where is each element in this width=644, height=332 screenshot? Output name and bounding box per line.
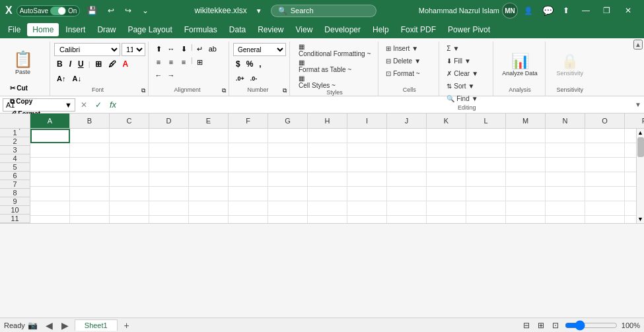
zoom-slider[interactable]	[565, 320, 618, 331]
cell-M6[interactable]	[506, 201, 546, 216]
font-size-select[interactable]: 11	[122, 43, 145, 56]
cancel-formula-button[interactable]: ✕	[78, 99, 90, 111]
col-header-E[interactable]: E	[189, 114, 229, 128]
cell-L5[interactable]	[466, 187, 506, 201]
cell-A6[interactable]	[30, 201, 70, 216]
insert-function-button[interactable]: fx	[107, 100, 119, 110]
increase-decimal-button[interactable]: .0+	[233, 72, 247, 85]
cell-M4[interactable]	[506, 172, 546, 187]
menu-file[interactable]: File	[3, 23, 26, 36]
cell-D7[interactable]	[149, 216, 189, 223]
cell-L7[interactable]	[466, 216, 506, 223]
cell-N5[interactable]	[546, 187, 585, 201]
col-header-H[interactable]: H	[308, 114, 347, 128]
cell-I5[interactable]	[347, 187, 387, 201]
cell-B4[interactable]	[70, 172, 110, 187]
row-header-4[interactable]: 4	[0, 154, 30, 163]
cell-B7[interactable]	[70, 216, 110, 223]
cell-F7[interactable]	[229, 216, 268, 223]
paste-button[interactable]: 📋 Paste	[7, 44, 39, 81]
cell-K3[interactable]	[427, 158, 466, 172]
cell-K1[interactable]	[427, 129, 466, 143]
find-select-button[interactable]: 🔍 Find ▼	[443, 93, 490, 104]
cell-J7[interactable]	[387, 216, 427, 223]
col-header-B[interactable]: B	[70, 114, 110, 128]
col-header-G[interactable]: G	[268, 114, 308, 128]
autosum-button[interactable]: Σ Σ ▼	[443, 43, 490, 54]
cell-F6[interactable]	[229, 201, 268, 216]
row-header-3[interactable]: 3	[0, 146, 30, 154]
cell-J4[interactable]	[387, 172, 427, 187]
redo-button[interactable]: ↪	[122, 5, 135, 17]
row-header-11[interactable]: 11	[0, 215, 30, 223]
cell-E3[interactable]	[189, 158, 229, 172]
normal-view-button[interactable]: ⊞	[536, 320, 546, 331]
number-format-select[interactable]: General	[233, 43, 286, 56]
cell-L1[interactable]	[466, 129, 506, 143]
underline-button[interactable]: U	[75, 57, 87, 71]
align-right-button[interactable]: ≡	[178, 56, 190, 68]
menu-developer[interactable]: Developer	[319, 23, 366, 36]
cell-O3[interactable]	[585, 158, 625, 172]
cell-E4[interactable]	[189, 172, 229, 187]
row-header-7[interactable]: 7	[0, 180, 30, 189]
decrease-font-button[interactable]: A↓	[69, 72, 83, 85]
cell-J3[interactable]	[387, 158, 427, 172]
cell-H5[interactable]	[308, 187, 347, 201]
scroll-up-button[interactable]: ▲	[637, 129, 644, 137]
autosave-toggle[interactable]: AutoSave On	[17, 5, 81, 17]
add-sheet-button[interactable]: ◀	[43, 319, 56, 331]
cell-J1[interactable]	[387, 129, 427, 143]
increase-font-button[interactable]: A↑	[54, 72, 68, 85]
col-header-A[interactable]: A	[30, 114, 70, 128]
menu-power-pivot[interactable]: Power Pivot	[443, 23, 495, 36]
border-button[interactable]: ⊞	[92, 57, 104, 71]
font-name-select[interactable]: Calibri	[54, 43, 120, 56]
col-header-F[interactable]: F	[229, 114, 268, 128]
cell-I1[interactable]	[347, 129, 387, 143]
search-box[interactable]: 🔍 Search	[271, 5, 376, 17]
horizontal-scrollbar[interactable]	[0, 223, 644, 318]
share-button[interactable]: 👤	[520, 5, 536, 17]
cell-G3[interactable]	[268, 158, 308, 172]
cut-button[interactable]: ✂ Cut	[7, 81, 47, 94]
cell-H2[interactable]	[308, 143, 347, 158]
col-header-C[interactable]: C	[110, 114, 149, 128]
customize-qat-button[interactable]: ⌄	[139, 5, 152, 17]
col-header-O[interactable]: O	[585, 114, 625, 128]
cell-N2[interactable]	[546, 143, 585, 158]
confirm-formula-button[interactable]: ✓	[92, 99, 104, 111]
italic-button[interactable]: I	[67, 57, 74, 71]
page-scroll-button[interactable]: ⊟	[521, 320, 532, 331]
cell-D5[interactable]	[149, 187, 189, 201]
vertical-scrollbar[interactable]: ▲ ▼	[636, 129, 644, 223]
comma-button[interactable]: ,	[256, 57, 264, 71]
save-button[interactable]: 💾	[84, 5, 100, 17]
sort-filter-button[interactable]: ⇅ Sort ▼	[443, 81, 490, 92]
cell-M1[interactable]	[506, 129, 546, 143]
col-header-L[interactable]: L	[466, 114, 506, 128]
cell-O7[interactable]	[585, 216, 625, 223]
delete-button[interactable]: ⊟ Delete ▼	[382, 55, 436, 67]
filename-arrow-button[interactable]: ▼	[252, 6, 266, 16]
undo-button[interactable]: ↩	[104, 5, 118, 17]
col-header-D[interactable]: D	[149, 114, 189, 128]
cell-E2[interactable]	[189, 143, 229, 158]
cell-H3[interactable]	[308, 158, 347, 172]
cell-A5[interactable]	[30, 187, 70, 201]
cell-O2[interactable]	[585, 143, 625, 158]
align-left-button[interactable]: ≡	[153, 56, 164, 68]
cell-K6[interactable]	[427, 201, 466, 216]
sensitivity-button[interactable]: 🔒 Sensitivity	[552, 45, 589, 84]
cell-E1[interactable]	[189, 129, 229, 143]
new-sheet-button[interactable]: +	[120, 319, 133, 331]
cell-P3[interactable]	[625, 158, 636, 172]
cell-I4[interactable]	[347, 172, 387, 187]
menu-home[interactable]: Home	[27, 23, 59, 36]
menu-data[interactable]: Data	[224, 23, 251, 36]
cell-C2[interactable]	[110, 143, 149, 158]
bold-button[interactable]: B	[54, 57, 65, 71]
cell-M3[interactable]	[506, 158, 546, 172]
cell-F2[interactable]	[229, 143, 268, 158]
align-middle-button[interactable]: ↔	[165, 43, 177, 55]
